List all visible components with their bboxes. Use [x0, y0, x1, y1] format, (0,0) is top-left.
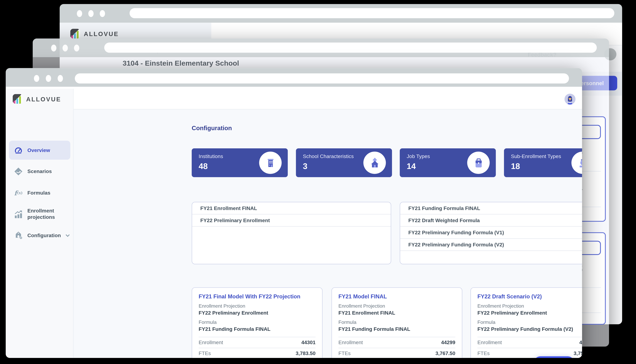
- live-help-button[interactable]: Live Help: [534, 356, 574, 358]
- sidebar-item-label: Overview: [28, 147, 50, 153]
- building-icon: [259, 152, 282, 174]
- stat-card-label: Institutions: [199, 154, 223, 159]
- stat-value: 3,754.50: [574, 351, 582, 356]
- stat-card-institutions[interactable]: Institutions 48: [192, 148, 288, 177]
- list-item[interactable]: FY21 Funding Formula FINAL: [400, 202, 582, 214]
- brand-wordmark: ALLOVUE: [84, 30, 119, 37]
- stat-label: FTEs: [338, 351, 351, 356]
- school-page-title: 3104 - Einstein Elementary School: [122, 59, 239, 68]
- allovue-logo: ALLOVUE: [70, 29, 119, 38]
- sidebar-item-label: Scenarios: [28, 169, 52, 174]
- traffic-light-close-icon[interactable]: [51, 44, 56, 51]
- formula-value: FY21 Funding Formula FINAL: [199, 326, 316, 332]
- stat-card-sub-enrollment-types[interactable]: Sub-Enrollment Types 18: [504, 148, 582, 177]
- traffic-light-close-icon[interactable]: [34, 75, 39, 82]
- overview-main: Configuration Institutions 48: [74, 110, 582, 358]
- sidebar-item-overview[interactable]: Overview: [9, 141, 70, 160]
- sidebar: ALLOVUE Overview: [6, 89, 74, 358]
- stat-row: Enrollment 44301: [199, 337, 316, 348]
- brand-wordmark: ALLOVUE: [26, 96, 61, 102]
- enrollment-projection-label: Enrollment Projection: [478, 303, 582, 309]
- traffic-light-minimize-icon[interactable]: [46, 75, 51, 82]
- front-window-titlebar: [6, 68, 582, 87]
- stat-card-label: School Characteristics: [303, 154, 354, 159]
- stat-card-job-types[interactable]: Job Types 14: [400, 148, 496, 177]
- enrollment-projection-value: FY21 Enrollment FINAL: [338, 310, 455, 316]
- stat-label: FTEs: [199, 351, 211, 356]
- formulas-list: FY21 Funding Formula FINAL FY22 Draft We…: [400, 202, 582, 264]
- enrollment-projection-value: FY22 Preliminary Enrollment: [478, 310, 582, 316]
- page-header: [74, 89, 582, 110]
- stage: ALLOVUE Feedback? Home Central Elementar…: [0, 0, 636, 364]
- sidebar-item-label: Configuration: [28, 232, 61, 238]
- traffic-light-zoom-icon[interactable]: [100, 10, 105, 17]
- sidebar-item-formulas[interactable]: f(x) Formulas: [9, 186, 70, 200]
- enrollment-projection-value: FY22 Preliminary Enrollment: [199, 310, 316, 316]
- front-window: ALLOVUE Overview: [6, 68, 582, 358]
- middle-window-titlebar: [33, 38, 609, 57]
- address-bar[interactable]: [104, 42, 597, 53]
- sidebar-item-configuration[interactable]: Configuration: [9, 228, 70, 243]
- stat-label: Enrollment: [199, 340, 223, 345]
- allovue-logo-mark-icon: [70, 29, 80, 38]
- enrollment-projection-label: Enrollment Projection: [199, 303, 316, 309]
- apple-book-icon: [572, 152, 582, 174]
- traffic-light-zoom-icon[interactable]: [58, 75, 63, 82]
- scenario-title: FY22 Draft Scenario (V2): [478, 294, 582, 300]
- list-item[interactable]: FY22 Preliminary Enrollment: [192, 214, 391, 226]
- traffic-light-zoom-icon[interactable]: [74, 44, 79, 51]
- sidebar-item-enrollment-projections[interactable]: Enrollment projections: [9, 204, 70, 225]
- traffic-light-minimize-icon[interactable]: [62, 44, 68, 51]
- configuration-heading: Configuration: [192, 124, 232, 131]
- address-bar[interactable]: [75, 73, 569, 84]
- briefcase-icon: [467, 152, 490, 174]
- stat-card-label: Job Types: [407, 154, 430, 159]
- gauge-icon: [14, 146, 23, 155]
- bar-chart-trend-icon: [14, 210, 23, 219]
- traffic-light-close-icon[interactable]: [77, 10, 82, 17]
- stat-card-value: 3: [303, 162, 308, 171]
- scenarios-diamond-icon: [14, 167, 23, 176]
- stat-card-value: 14: [407, 162, 416, 171]
- stat-row: Enrollment 44301: [478, 337, 582, 348]
- formula-fx-icon: f(x): [14, 188, 23, 198]
- enrollment-projection-label: Enrollment Projection: [338, 303, 455, 309]
- stat-label: FTEs: [478, 351, 490, 356]
- list-item[interactable]: FY21 Enrollment FINAL: [192, 202, 391, 214]
- scenario-card[interactable]: FY21 Model FINAL Enrollment Projection F…: [332, 287, 462, 358]
- scenario-card[interactable]: FY21 Final Model With FY22 Projection En…: [192, 287, 322, 358]
- stat-value: 44299: [441, 340, 455, 345]
- stat-value: 44301: [579, 340, 582, 345]
- stat-card-school-characteristics[interactable]: School Characteristics 3: [296, 148, 392, 177]
- enrollment-projections-list: FY21 Enrollment FINAL FY22 Preliminary E…: [192, 202, 391, 264]
- stat-card-value: 18: [511, 162, 520, 171]
- formula-label: Formula: [478, 320, 582, 325]
- stat-card-value: 48: [199, 162, 208, 171]
- list-item[interactable]: FY22 Draft Weighted Formula: [400, 214, 582, 226]
- list-item[interactable]: FY22 Preliminary Funding Formula (V1): [400, 226, 582, 239]
- formula-value: FY21 Funding Formula FINAL: [338, 326, 455, 332]
- allovue-logo: ALLOVUE: [13, 94, 61, 104]
- traffic-light-minimize-icon[interactable]: [88, 10, 94, 17]
- stat-value: 3,767.50: [436, 351, 455, 356]
- scenario-title: FY21 Final Model With FY22 Projection: [199, 294, 316, 300]
- back-window-titlebar: [60, 4, 622, 23]
- formula-value: FY22 Preliminary Funding Formula (V2): [478, 326, 582, 332]
- chevron-down-icon: [66, 233, 70, 237]
- scenario-card[interactable]: FY22 Draft Scenario (V2) Enrollment Proj…: [470, 287, 582, 358]
- schoolhouse-icon: [363, 152, 386, 174]
- list-item[interactable]: FY22 Preliminary Funding Formula (V2): [400, 239, 582, 251]
- school-gear-icon: [14, 231, 23, 240]
- user-avatar[interactable]: [564, 94, 576, 104]
- stat-row: FTEs 3,783.50: [199, 348, 316, 358]
- address-bar[interactable]: [130, 8, 614, 18]
- stat-card-label: Sub-Enrollment Types: [511, 154, 561, 159]
- stat-row: Enrollment 44299: [338, 337, 455, 348]
- stat-label: Enrollment: [478, 340, 502, 345]
- sidebar-item-scenarios[interactable]: Scenarios: [9, 164, 70, 179]
- stat-row: FTEs 3,767.50: [338, 348, 455, 358]
- formula-label: Formula: [199, 320, 316, 325]
- sidebar-item-label: Formulas: [28, 190, 50, 196]
- stat-value: 3,783.50: [296, 351, 316, 356]
- stat-label: Enrollment: [338, 340, 363, 345]
